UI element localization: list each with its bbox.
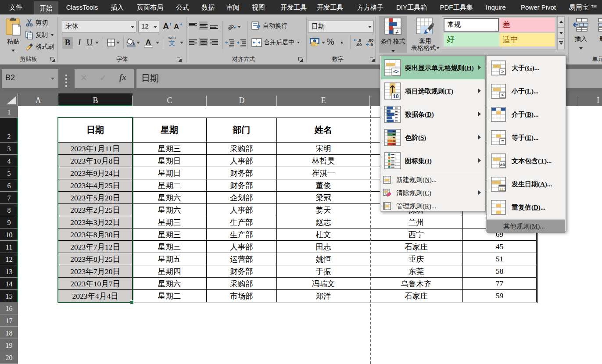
underline-dropdown[interactable] (95, 42, 99, 44)
table-cell[interactable]: 崔淇一 (277, 167, 370, 179)
row-header-15[interactable]: 15 (0, 290, 18, 302)
column-header-C[interactable]: C (133, 93, 207, 106)
align-top-icon[interactable] (188, 21, 197, 30)
ribbon-tab-14[interactable]: Inquire (480, 0, 512, 14)
table-cell[interactable]: 2023年7月20日 (58, 265, 133, 278)
conditional-formatting-button[interactable]: ≠ 条件格式 (379, 16, 407, 53)
align-bottom-icon[interactable] (209, 21, 218, 30)
cell-style-4[interactable]: 适中 (499, 33, 555, 46)
phonetic-dropdown[interactable] (180, 42, 183, 44)
table-cell[interactable]: 51 (463, 253, 537, 265)
ribbon-tab-8[interactable]: 视图 (246, 0, 271, 14)
table-cell[interactable]: 星期三 (133, 143, 207, 155)
table-cell[interactable]: 2023年8月30日 (58, 228, 133, 241)
ribbon-tab-15[interactable]: Power Pivot (515, 0, 562, 14)
ribbon-tab-9[interactable]: 开发工具 (275, 0, 312, 14)
paste-button[interactable]: 粘贴 (3, 16, 23, 54)
menu-item-duplicate-values[interactable]: 重复值(D)... (487, 196, 565, 219)
menu-item-color-scales[interactable]: 色阶(S) (381, 126, 485, 149)
table-cell[interactable]: 姜天 (277, 204, 370, 216)
table-header-cell[interactable]: 日期 (58, 118, 133, 143)
align-right-icon[interactable] (209, 38, 218, 46)
enter-icon[interactable]: ✓ (100, 73, 107, 83)
table-cell[interactable]: 人事部 (207, 204, 277, 216)
table-cell[interactable]: 采购部 (207, 143, 277, 155)
comma-style-button[interactable]: , (339, 34, 345, 46)
table-cell[interactable]: 姚恒 (277, 253, 370, 265)
font-color-dropdown[interactable] (156, 42, 159, 44)
cell-style-1[interactable]: 常规 (444, 18, 499, 32)
table-cell[interactable]: 市场部 (207, 290, 277, 302)
table-cell[interactable]: 2023年1月11日 (58, 143, 133, 155)
ribbon-tab-13[interactable]: PDF工具集 (434, 0, 479, 14)
table-cell[interactable]: 2023年4月25日 (58, 179, 133, 192)
table-cell[interactable]: 2023年8月25日 (58, 253, 133, 265)
row-header-17[interactable]: 17 (0, 314, 18, 327)
row-header-8[interactable]: 8 (0, 204, 18, 216)
ribbon-tab-3[interactable]: 插入 (105, 0, 129, 14)
table-cell[interactable]: 2023年10月7日 (58, 278, 133, 290)
column-header-D[interactable]: D (207, 93, 277, 106)
table-cell[interactable]: 林哲昊 (277, 155, 370, 167)
merge-center-button[interactable]: 合并后居中 (251, 37, 300, 48)
percent-style-button[interactable]: % (326, 36, 335, 47)
clipboard-dialog-launcher[interactable] (50, 57, 55, 62)
menu-item-greater-than[interactable]: >大于(G)... (487, 56, 565, 79)
font-name-combo[interactable]: 宋体 (62, 21, 136, 32)
ribbon-tab-12[interactable]: DIY工具箱 (391, 0, 433, 14)
column-header-A[interactable]: A (18, 93, 58, 106)
menu-item-top-bottom-rules[interactable]: 10项目选取规则(T) (381, 79, 485, 103)
shrink-font-icon[interactable]: A (173, 21, 183, 31)
ribbon-tab-1[interactable]: 开始 (34, 1, 58, 14)
bold-button[interactable]: B (62, 37, 73, 49)
table-cell[interactable]: 45 (463, 241, 537, 253)
row-header-20[interactable]: 20 (0, 351, 18, 364)
table-cell[interactable]: 生产部 (207, 228, 277, 241)
underline-button[interactable]: U (85, 37, 94, 49)
cell-style-3[interactable]: 好 (444, 33, 499, 46)
menu-item-between[interactable]: 介于(B)... (487, 103, 565, 126)
row-header-5[interactable]: 5 (0, 167, 18, 179)
grow-font-icon[interactable]: A (162, 21, 172, 30)
table-cell[interactable]: 运营部 (207, 253, 277, 265)
format-as-table-button[interactable]: 套用 表格格式 (408, 16, 442, 53)
table-cell[interactable]: 财务部 (207, 179, 277, 192)
cell-style-2[interactable]: 差 (499, 18, 555, 32)
number-dialog-launcher[interactable] (370, 57, 375, 62)
row-header-1[interactable]: 1 (0, 106, 18, 118)
table-cell[interactable]: 星期六 (133, 204, 207, 216)
cancel-icon[interactable]: ✕ (80, 73, 87, 83)
table-cell[interactable]: 2023年2月25日 (58, 204, 133, 216)
phonetic-button[interactable]: wén 文 (166, 36, 178, 49)
row-header-9[interactable]: 9 (0, 216, 18, 228)
menu-item-equal-to[interactable]: =等于(E)... (487, 126, 565, 149)
row-header-13[interactable]: 13 (0, 265, 18, 278)
table-cell[interactable]: 西宁 (370, 228, 463, 241)
wrap-text-button[interactable]: 自动换行 (251, 21, 287, 31)
menu-item-text-contains[interactable]: ab文本包含(T)... (487, 149, 565, 172)
ribbon-tab-4[interactable]: 页面布局 (131, 0, 169, 14)
table-cell[interactable]: 财务部 (207, 265, 277, 278)
table-cell[interactable]: 星期三 (133, 216, 207, 228)
row-header-7[interactable]: 7 (0, 192, 18, 204)
insert-function-icon[interactable]: fx (119, 72, 126, 82)
cut-button[interactable]: 剪切 (25, 18, 48, 28)
menu-item-more-rules[interactable]: 其他规则(M)... (487, 220, 565, 233)
ribbon-tab-2[interactable]: ClassTools (61, 0, 104, 14)
copy-button[interactable]: 复制 (25, 30, 54, 40)
ribbon-tab-6[interactable]: 数据 (196, 0, 220, 14)
column-header-B[interactable]: B (58, 93, 133, 106)
ribbon-tab-10[interactable]: 开发工具 (311, 0, 349, 14)
table-cell[interactable]: 冯瑞文 (277, 278, 370, 290)
row-header-16[interactable]: 16 (0, 302, 18, 314)
table-cell[interactable]: 星期六 (133, 192, 207, 204)
table-cell[interactable]: 59 (463, 290, 537, 302)
row-header-2[interactable]: 2 (0, 118, 18, 143)
table-cell[interactable]: 杜文 (277, 228, 370, 241)
table-cell[interactable]: 郑洋 (277, 290, 370, 302)
column-header-E[interactable]: E (277, 93, 370, 106)
formula-bar-dots[interactable] (65, 75, 67, 89)
row-header-14[interactable]: 14 (0, 278, 18, 290)
select-all-corner[interactable] (0, 93, 18, 106)
table-header-cell[interactable]: 星期 (133, 118, 207, 143)
